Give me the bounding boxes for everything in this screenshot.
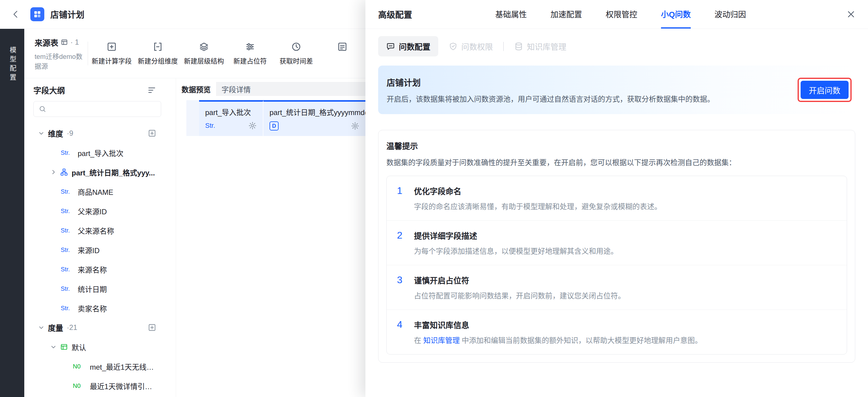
advanced-config-drawer: 高级配置 基础属性 加速配置 权限管控 小Q问数 波动归因 问数配置 问数权限 [365,0,868,397]
tab-basic-properties[interactable]: 基础属性 [495,0,527,29]
new-hierarchy-button[interactable]: 新建层级结构 [181,41,227,65]
string-type-badge: Str. [61,285,73,292]
enable-description: 开启后，该数据集将被加入问数资源池，用户可通过自然语言对话的方式，获取分析数据集… [386,93,714,104]
model-config-label: 模型配置 [7,47,17,83]
field-item[interactable]: Str. 商品NAME [24,182,176,201]
chevron-down-icon[interactable] [51,344,57,350]
string-type-badge: Str. [205,122,215,130]
subtab-divider [503,42,504,51]
number-type-badge: N0 [73,383,85,389]
table-column[interactable]: part_统计日期_格式yyyymmdd( D [264,100,365,136]
field-filter-icon[interactable] [147,86,156,95]
tab-xiaoq-ask-data[interactable]: 小Q问数 [661,0,691,29]
field-outline-panel: 字段大纲 维度 ·9 Str. part_导入批次 [24,78,176,397]
field-item-hierarchy[interactable]: part_统计日期_格式yyy... [24,162,176,182]
model-toolbar: 来源表 · 1 tem迁移demo数据源 新建计算字段 新建分组维度 新建层级结… [24,29,365,78]
table-icon [61,38,68,46]
data-preview-area: 数据预览 字段详情 part_导入批次 Str. part_统计日期_格式yyy… [176,78,365,397]
string-type-badge: Str. [61,188,73,195]
subtab-ask-permission[interactable]: 问数权限 [448,41,493,52]
add-measure-icon[interactable] [148,323,156,332]
field-item[interactable]: Str. part_导入批次 [24,143,176,162]
drawer-header: 高级配置 基础属性 加速配置 权限管控 小Q问数 波动归因 [365,0,868,29]
preview-tab-bar: 数据预览 字段详情 [176,82,365,96]
drawer-title: 高级配置 [378,8,412,20]
table-column[interactable]: part_导入批次 Str. [199,100,264,136]
group-dimension-icon [153,41,163,52]
tip-number: 4 [397,319,406,345]
toolbar-divider [88,41,88,65]
database-icon [514,42,523,51]
column-settings-gear-icon[interactable] [248,121,257,130]
string-type-badge: Str. [61,246,73,253]
source-table-label: 来源表 [35,37,58,48]
field-item[interactable]: Str. 卖家名称 [24,298,176,318]
field-tree: 维度 ·9 Str. part_导入批次 part [24,124,176,395]
top-header: 店铺计划 [0,0,365,29]
chevron-down-icon[interactable] [38,130,44,136]
chevron-right-icon[interactable] [51,169,57,175]
new-placeholder-button[interactable]: 新建占位符 [227,41,273,65]
model-config-rail: 模型配置 [0,29,24,397]
tab-fluctuation-attribution[interactable]: 波动归因 [714,0,746,29]
close-icon[interactable] [846,9,856,19]
calc-field-icon [106,41,117,52]
new-calc-field-button[interactable]: 新建计算字段 [89,41,135,65]
string-type-badge: Str. [61,149,73,156]
tip-item: 1 优化字段命名 字段的命名应该清晰易懂，有助于模型理解和处理，避免复杂或模糊的… [386,176,847,220]
field-outline-title: 字段大纲 [33,84,65,96]
tab-field-detail[interactable]: 字段详情 [216,82,256,96]
field-item[interactable]: Str. 父来源名称 [24,221,176,240]
dataset-app-icon [30,7,44,21]
source-table-count: · 1 [70,38,79,47]
field-item[interactable]: Str. 来源名称 [24,259,176,279]
measure-folder-row[interactable]: 默认 [24,337,176,357]
add-dimension-icon[interactable] [148,129,156,138]
enable-ask-data-button[interactable]: 开启问数 [801,81,848,99]
tip-item: 3 谨慎开启占位符 占位符配置可能影响问数结果，开启问数前，建议您关闭占位符。 [386,265,847,310]
subtab-knowledge-base[interactable]: 知识库管理 [514,41,566,52]
tips-list: 1 优化字段命名 字段的命名应该清晰易懂，有助于模型理解和处理，避免复杂或模糊的… [386,176,847,355]
back-icon[interactable] [10,8,22,20]
toolbar-item-partial[interactable] [319,41,365,65]
subtab-ask-config[interactable]: 问数配置 [378,36,438,57]
dimension-group-row[interactable]: 维度 ·9 [24,124,176,143]
chat-bubble-icon [386,42,395,51]
tab-permission-control[interactable]: 权限管控 [606,0,637,29]
field-search-input[interactable] [50,105,156,113]
source-table-name: tem迁移demo数据源 [35,51,88,70]
new-group-dimension-button[interactable]: 新建分组维度 [135,41,181,65]
measure-item[interactable]: N0 最近1天微详情引导... [24,376,176,395]
field-item[interactable]: Str. 父来源ID [24,201,176,221]
sliders-icon [245,41,255,52]
tip-number: 3 [397,274,406,301]
source-table-block[interactable]: 来源表 · 1 tem迁移demo数据源 [24,37,88,70]
string-type-badge: Str. [61,305,73,312]
knowledge-base-link[interactable]: 知识库管理 [423,336,460,344]
string-type-badge: Str. [61,266,73,273]
field-item[interactable]: Str. 统计日期 [24,279,176,298]
chevron-down-icon[interactable] [38,325,44,331]
column-settings-gear-icon[interactable] [351,122,359,130]
shield-icon [448,42,458,51]
table-header: part_导入批次 Str. part_统计日期_格式yyyymmdd( D [186,100,365,136]
measure-item[interactable]: N0 met_最近1天无线端... [24,357,176,376]
measure-group-row[interactable]: 度量 ·21 [24,318,176,337]
tip-item: 4 丰富知识库信息 在 知识库管理 中添加和编辑当前数据集的额外知识，以帮助大模… [386,310,847,354]
row-index-column [186,100,199,136]
annotation-highlight-box: 开启问数 [798,78,851,102]
string-type-badge: Str. [61,208,73,215]
measure-folder-icon [60,343,68,351]
tips-description: 数据集的字段质量对于问数准确性的提升至关重要，在开启前，您可以根据以下提示再次检… [386,157,847,167]
get-time-diff-button[interactable]: 获取时间差 [273,41,319,65]
tab-acceleration-config[interactable]: 加速配置 [551,0,582,29]
tip-number: 1 [397,185,406,211]
field-item[interactable]: Str. 来源ID [24,240,176,259]
field-search-box[interactable] [33,101,161,117]
clock-icon [291,41,301,52]
dataset-name: 店铺计划 [386,76,714,88]
tips-card: 温馨提示 数据集的字段质量对于问数准确性的提升至关重要，在开启前，您可以根据以下… [378,130,855,363]
tip-item: 2 提供详细字段描述 为每个字段添加描述信息，以便模型更好地理解其含义和用途。 [386,220,847,265]
tab-data-preview[interactable]: 数据预览 [176,82,216,96]
partial-toolbar-icon [337,41,347,52]
